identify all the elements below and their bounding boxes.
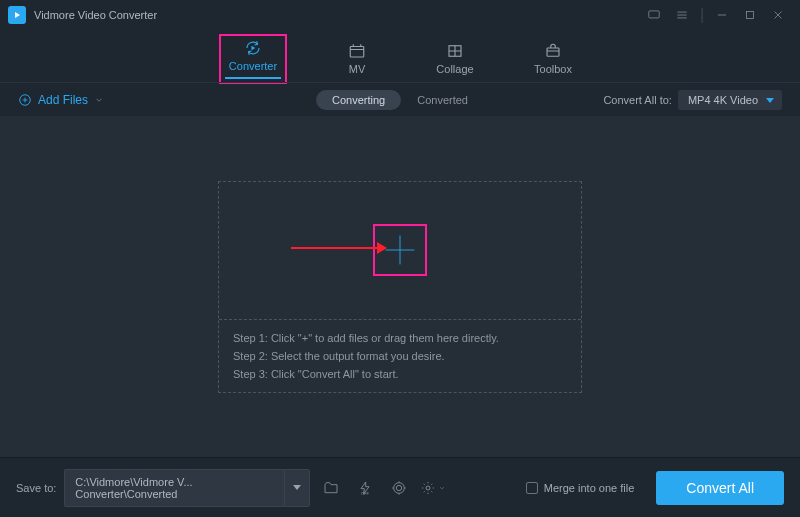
nav-collage[interactable]: Collage (427, 42, 483, 82)
save-path-control: C:\Vidmore\Vidmore V... Converter\Conver… (64, 469, 310, 507)
nav-label: Collage (436, 63, 473, 75)
tab-converting[interactable]: Converting (316, 90, 401, 110)
svg-point-15 (426, 486, 430, 490)
merge-checkbox[interactable]: Merge into one file (526, 482, 635, 494)
step-text: Step 2: Select the output format you des… (233, 350, 567, 362)
minimize-icon[interactable] (708, 1, 736, 29)
svg-rect-2 (747, 12, 754, 19)
app-logo (8, 6, 26, 24)
svg-marker-3 (252, 46, 256, 51)
nav-toolbox[interactable]: Toolbox (525, 42, 581, 82)
convert-all-button[interactable]: Convert All (656, 471, 784, 505)
converter-highlight: Converter (219, 34, 287, 84)
svg-rect-4 (350, 47, 364, 58)
footer: Save to: C:\Vidmore\Vidmore V... Convert… (0, 457, 800, 517)
nav-label: Converter (229, 60, 277, 72)
svg-marker-9 (377, 242, 387, 254)
nav-label: MV (349, 63, 366, 75)
nav-label: Toolbox (534, 63, 572, 75)
svg-marker-0 (15, 12, 20, 18)
open-folder-icon[interactable] (318, 475, 344, 501)
toolbar: Add Files Converting Converted Convert A… (0, 82, 800, 116)
save-to-label: Save to: (16, 482, 56, 494)
annotation-arrow (291, 241, 387, 259)
format-dropdown[interactable]: MP4 4K Video (678, 90, 782, 110)
status-tabs: Converting Converted (316, 90, 484, 110)
svg-text:OFF: OFF (361, 491, 370, 496)
chevron-down-icon (438, 484, 446, 492)
plus-icon (382, 232, 418, 268)
tab-converted[interactable]: Converted (401, 90, 484, 110)
dropzone[interactable]: Step 1: Click "+" to add files or drag t… (218, 181, 582, 393)
convert-all-to-label: Convert All to: (603, 94, 671, 106)
main-area: Step 1: Click "+" to add files or drag t… (0, 116, 800, 457)
navbar: Converter MV Collage Toolbox (0, 30, 800, 82)
titlebar: Vidmore Video Converter | (0, 0, 800, 30)
instruction-steps: Step 1: Click "+" to add files or drag t… (219, 320, 581, 392)
save-path-input[interactable]: C:\Vidmore\Vidmore V... Converter\Conver… (64, 469, 284, 507)
app-title: Vidmore Video Converter (34, 9, 157, 21)
svg-rect-6 (547, 48, 559, 56)
settings-icon[interactable] (420, 475, 446, 501)
high-speed-icon[interactable] (386, 475, 412, 501)
merge-label: Merge into one file (544, 482, 635, 494)
plus-circle-icon (18, 93, 32, 107)
titlebar-divider: | (696, 1, 708, 29)
step-text: Step 3: Click "Convert All" to start. (233, 368, 567, 380)
menu-icon[interactable] (668, 1, 696, 29)
nav-mv[interactable]: MV (329, 42, 385, 82)
checkbox-box (526, 482, 538, 494)
svg-point-13 (394, 482, 405, 493)
chevron-down-icon (94, 95, 104, 105)
feedback-icon[interactable] (640, 1, 668, 29)
add-files-label: Add Files (38, 93, 88, 107)
step-text: Step 1: Click "+" to add files or drag t… (233, 332, 567, 344)
maximize-icon[interactable] (736, 1, 764, 29)
svg-point-14 (397, 485, 402, 490)
add-files-button[interactable]: Add Files (18, 93, 104, 107)
dropzone-top (219, 182, 581, 320)
close-icon[interactable] (764, 1, 792, 29)
save-path-dropdown[interactable] (284, 469, 310, 507)
hardware-accel-icon[interactable]: OFF (352, 475, 378, 501)
convert-all-to: Convert All to: MP4 4K Video (603, 90, 782, 110)
nav-converter[interactable]: Converter (225, 39, 281, 79)
